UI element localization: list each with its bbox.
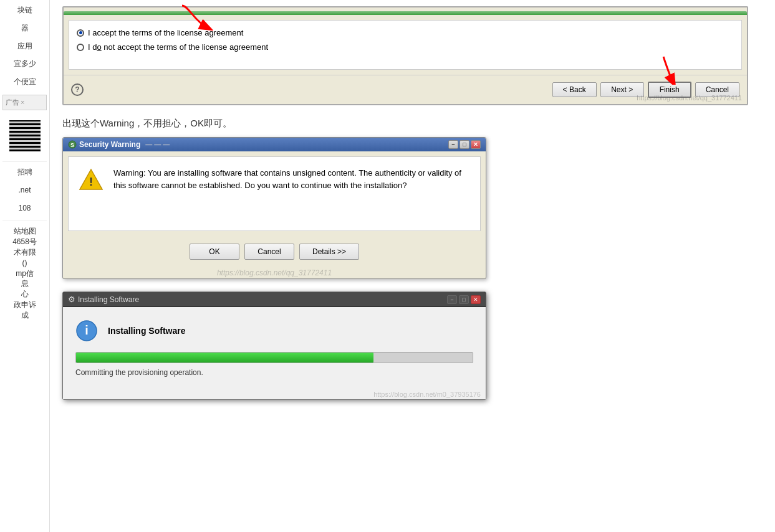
progress-bar-fill	[76, 353, 373, 363]
gear-icon: ⚙	[68, 295, 75, 304]
svg-text:!: !	[89, 176, 93, 188]
ad-banner: 广告 ×	[2, 95, 47, 110]
sidebar-item-paren[interactable]: ()	[2, 258, 47, 268]
license-dialog-screenshot: I accept the terms of the license agreem…	[62, 6, 748, 105]
svg-text:i: i	[85, 323, 89, 337]
security-dialog-titlebar: S Security Warning — — — − □ ✕	[63, 138, 486, 151]
progress-container	[75, 352, 473, 363]
sidebar-item-mp[interactable]: mp信	[2, 268, 47, 279]
sidebar-item-yiduoshao[interactable]: 宜多少	[2, 59, 47, 69]
dialog-top-bar	[64, 11, 747, 15]
security-dialog-title: Security Warning	[79, 140, 140, 149]
installing-dialog-title: Installing Software	[78, 295, 139, 304]
watermark-3: https://blog.csdn.net/m0_37935176	[63, 389, 486, 399]
license-options-area: I accept the terms of the license agreem…	[69, 20, 742, 70]
sidebar-item-kuailian[interactable]: 块链	[2, 5, 47, 16]
security-dialog-body: ! Warning: You are installing software t…	[68, 156, 481, 231]
warning-triangle-icon: !	[79, 167, 103, 192]
titlebar-controls: − □ ✕	[448, 140, 481, 149]
main-content: I accept the terms of the license agreem…	[50, 0, 775, 532]
installing-minimize-button[interactable]: −	[447, 295, 457, 304]
help-icon[interactable]: ?	[71, 83, 84, 96]
sidebar-item-zhaopin[interactable]: 招聘	[2, 161, 47, 178]
security-content-area: ! Warning: You are installing software t…	[79, 167, 470, 192]
back-button[interactable]: < Back	[552, 82, 597, 97]
ad-close-icon[interactable]: ×	[21, 98, 24, 106]
watermark-2: https://blog.csdn.net/qq_31772411	[63, 267, 486, 278]
sidebar-item-108[interactable]: 108	[2, 203, 47, 214]
svg-text:S: S	[70, 142, 74, 148]
next-button[interactable]: Next >	[600, 82, 644, 97]
sidebar-item-gepianyi[interactable]: 个便宜	[2, 77, 47, 87]
accept-radio-option[interactable]: I accept the terms of the license agreem…	[77, 28, 734, 37]
sidebar-section-map: 站地图 4658号 术有限 () mp信 息 心 政申诉 成	[2, 221, 47, 320]
security-warning-text: Warning: You are installing software tha…	[113, 167, 470, 191]
titlebar-url: — — —	[145, 141, 170, 148]
license-dialog-footer: ? < Back Next > Finish	[64, 75, 747, 104]
accept-radio-button[interactable]	[77, 29, 84, 37]
installing-title-area: ⚙ Installing Software	[68, 295, 139, 304]
security-cancel-button[interactable]: Cancel	[244, 244, 294, 260]
progress-bar-background	[75, 352, 473, 363]
maximize-button[interactable]: □	[460, 140, 469, 149]
installing-content-area: i Installing Software	[75, 320, 473, 342]
sidebar-item-xi[interactable]: 息	[2, 278, 47, 289]
finish-button-wrapper: Finish	[648, 82, 691, 98]
sidebar: 块链 器 应用 宜多少 个便宜 广告 × 招聘 .net 108 站地图 465…	[0, 0, 50, 532]
security-ok-button[interactable]: OK	[190, 244, 239, 260]
security-warning-dialog: S Security Warning — — — − □ ✕ ! Warnin	[62, 137, 486, 279]
titlebar-title-area: S Security Warning — — —	[68, 140, 170, 149]
decline-radio-label: I do not accept the terms of the license…	[88, 42, 268, 52]
sidebar-item-4658[interactable]: 4658号	[2, 237, 47, 247]
decline-radio-option[interactable]: I do not accept the terms of the license…	[77, 42, 734, 52]
help-button-container: ?	[71, 83, 84, 96]
security-details-button[interactable]: Details >>	[299, 244, 359, 260]
ad-label: 广告	[6, 98, 19, 107]
installing-titlebar: ⚙ Installing Software − □ ✕	[63, 292, 486, 307]
warning-description: 出现这个Warning，不用担心，OK即可。	[62, 118, 763, 130]
security-dialog-buttons: OK Cancel Details >>	[63, 236, 486, 267]
installing-body-title: Installing Software	[108, 326, 185, 336]
qr-code-image	[9, 120, 41, 151]
installing-dialog-body: i Installing Software Committing the pro…	[63, 307, 486, 389]
installing-maximize-button[interactable]: □	[459, 295, 469, 304]
sidebar-item-yingyong[interactable]: 应用	[2, 41, 47, 52]
sidebar-item-xin[interactable]: 心	[2, 289, 47, 300]
minimize-button[interactable]: −	[448, 140, 458, 149]
installing-close-button[interactable]: ✕	[471, 295, 481, 304]
security-dialog-icon: S	[68, 140, 77, 149]
sidebar-item-cheng[interactable]: 成	[2, 310, 47, 321]
close-button[interactable]: ✕	[471, 140, 481, 149]
sidebar-item-qi[interactable]: 器	[2, 23, 47, 34]
sidebar-item-shensu[interactable]: 政申诉	[2, 300, 47, 310]
installing-software-dialog: ⚙ Installing Software − □ ✕ i Installing…	[62, 292, 486, 400]
progress-status-text: Committing the provisioning operation.	[75, 368, 473, 377]
installing-titlebar-controls: − □ ✕	[447, 295, 481, 304]
decline-radio-button[interactable]	[77, 44, 84, 51]
cancel-button[interactable]: Cancel	[695, 82, 739, 97]
sidebar-item-zhanditu[interactable]: 站地图	[2, 226, 47, 237]
sidebar-item-net[interactable]: .net	[2, 185, 47, 196]
info-icon: i	[75, 320, 98, 342]
accept-radio-label: I accept the terms of the license agreem…	[88, 28, 243, 37]
sidebar-item-shu[interactable]: 术有限	[2, 247, 47, 258]
finish-button[interactable]: Finish	[648, 82, 691, 98]
